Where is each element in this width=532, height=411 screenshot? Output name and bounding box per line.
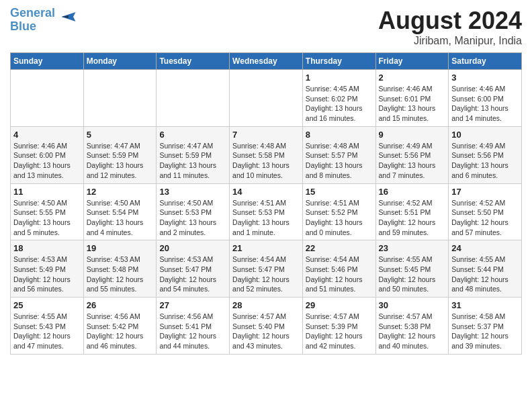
calendar-cell bbox=[83, 70, 157, 127]
calendar-cell: 28Sunrise: 4:57 AM Sunset: 5:40 PM Dayli… bbox=[230, 298, 303, 355]
calendar-cell: 4Sunrise: 4:46 AM Sunset: 6:00 PM Daylig… bbox=[11, 126, 84, 183]
day-info: Sunrise: 4:52 AM Sunset: 5:50 PM Dayligh… bbox=[451, 198, 519, 238]
day-number: 15 bbox=[306, 187, 373, 197]
day-number: 3 bbox=[451, 73, 519, 83]
calendar-cell: 25Sunrise: 4:55 AM Sunset: 5:43 PM Dayli… bbox=[11, 298, 84, 355]
calendar-subtitle: Jiribam, Manipur, India bbox=[378, 35, 522, 47]
day-info: Sunrise: 4:54 AM Sunset: 5:46 PM Dayligh… bbox=[306, 255, 373, 294]
day-info: Sunrise: 4:50 AM Sunset: 5:53 PM Dayligh… bbox=[159, 198, 226, 238]
day-info: Sunrise: 4:53 AM Sunset: 5:49 PM Dayligh… bbox=[13, 255, 81, 294]
day-number: 27 bbox=[159, 300, 226, 310]
calendar-week-4: 18Sunrise: 4:53 AM Sunset: 5:49 PM Dayli… bbox=[11, 240, 522, 298]
calendar-week-5: 25Sunrise: 4:55 AM Sunset: 5:43 PM Dayli… bbox=[11, 298, 522, 355]
weekday-header-friday: Friday bbox=[375, 53, 449, 70]
weekday-header-monday: Monday bbox=[83, 53, 157, 70]
day-info: Sunrise: 4:56 AM Sunset: 5:42 PM Dayligh… bbox=[87, 312, 154, 351]
day-number: 9 bbox=[379, 130, 446, 140]
calendar-cell: 20Sunrise: 4:53 AM Sunset: 5:47 PM Dayli… bbox=[157, 240, 230, 298]
day-info: Sunrise: 4:53 AM Sunset: 5:48 PM Dayligh… bbox=[87, 255, 154, 294]
calendar-cell: 23Sunrise: 4:55 AM Sunset: 5:45 PM Dayli… bbox=[375, 240, 449, 298]
day-number: 20 bbox=[159, 243, 226, 253]
day-number: 14 bbox=[232, 187, 300, 197]
calendar-cell: 10Sunrise: 4:49 AM Sunset: 5:56 PM Dayli… bbox=[449, 126, 522, 183]
day-info: Sunrise: 4:48 AM Sunset: 5:57 PM Dayligh… bbox=[306, 141, 373, 181]
day-info: Sunrise: 4:54 AM Sunset: 5:47 PM Dayligh… bbox=[232, 255, 300, 294]
weekday-header-saturday: Saturday bbox=[449, 53, 522, 70]
day-info: Sunrise: 4:55 AM Sunset: 5:44 PM Dayligh… bbox=[451, 255, 519, 294]
calendar-cell: 16Sunrise: 4:52 AM Sunset: 5:51 PM Dayli… bbox=[375, 183, 449, 240]
day-number: 28 bbox=[232, 300, 300, 310]
calendar-cell: 6Sunrise: 4:47 AM Sunset: 5:59 PM Daylig… bbox=[157, 126, 230, 183]
calendar-cell: 15Sunrise: 4:51 AM Sunset: 5:52 PM Dayli… bbox=[302, 183, 375, 240]
day-number: 26 bbox=[87, 300, 154, 310]
calendar-cell: 8Sunrise: 4:48 AM Sunset: 5:57 PM Daylig… bbox=[302, 126, 375, 183]
day-number: 31 bbox=[451, 300, 519, 310]
calendar-cell: 21Sunrise: 4:54 AM Sunset: 5:47 PM Dayli… bbox=[230, 240, 303, 298]
calendar-header: SundayMondayTuesdayWednesdayThursdayFrid… bbox=[11, 53, 522, 70]
day-info: Sunrise: 4:49 AM Sunset: 5:56 PM Dayligh… bbox=[379, 141, 446, 181]
weekday-header-wednesday: Wednesday bbox=[230, 53, 303, 70]
calendar-cell: 12Sunrise: 4:50 AM Sunset: 5:54 PM Dayli… bbox=[83, 183, 157, 240]
day-number: 7 bbox=[232, 130, 300, 140]
day-info: Sunrise: 4:45 AM Sunset: 6:02 PM Dayligh… bbox=[306, 84, 373, 124]
calendar-cell: 22Sunrise: 4:54 AM Sunset: 5:46 PM Dayli… bbox=[302, 240, 375, 298]
calendar-cell: 19Sunrise: 4:53 AM Sunset: 5:48 PM Dayli… bbox=[83, 240, 157, 298]
day-number: 24 bbox=[451, 243, 519, 253]
page-header: General Blue August 2024 Jiribam, Manipu… bbox=[10, 7, 522, 47]
weekday-header-tuesday: Tuesday bbox=[157, 53, 230, 70]
calendar-cell bbox=[230, 70, 303, 127]
day-number: 8 bbox=[306, 130, 373, 140]
day-info: Sunrise: 4:51 AM Sunset: 5:52 PM Dayligh… bbox=[306, 198, 373, 238]
day-info: Sunrise: 4:47 AM Sunset: 5:59 PM Dayligh… bbox=[87, 141, 154, 181]
calendar-cell: 27Sunrise: 4:56 AM Sunset: 5:41 PM Dayli… bbox=[157, 298, 230, 355]
day-info: Sunrise: 4:48 AM Sunset: 5:58 PM Dayligh… bbox=[232, 141, 300, 181]
calendar-cell: 17Sunrise: 4:52 AM Sunset: 5:50 PM Dayli… bbox=[449, 183, 522, 240]
day-info: Sunrise: 4:50 AM Sunset: 5:54 PM Dayligh… bbox=[87, 198, 154, 238]
calendar-cell: 29Sunrise: 4:57 AM Sunset: 5:39 PM Dayli… bbox=[302, 298, 375, 355]
calendar-cell: 26Sunrise: 4:56 AM Sunset: 5:42 PM Dayli… bbox=[83, 298, 157, 355]
day-number: 2 bbox=[379, 73, 446, 83]
calendar-week-2: 4Sunrise: 4:46 AM Sunset: 6:00 PM Daylig… bbox=[11, 126, 522, 183]
day-info: Sunrise: 4:46 AM Sunset: 6:01 PM Dayligh… bbox=[379, 84, 446, 124]
day-number: 6 bbox=[159, 130, 226, 140]
day-number: 5 bbox=[87, 130, 154, 140]
day-number: 17 bbox=[451, 187, 519, 197]
calendar-cell: 1Sunrise: 4:45 AM Sunset: 6:02 PM Daylig… bbox=[302, 70, 375, 127]
day-number: 19 bbox=[87, 243, 154, 253]
calendar-body: 1Sunrise: 4:45 AM Sunset: 6:02 PM Daylig… bbox=[11, 70, 522, 355]
day-info: Sunrise: 4:53 AM Sunset: 5:47 PM Dayligh… bbox=[159, 255, 226, 294]
calendar-cell bbox=[11, 70, 84, 127]
day-number: 13 bbox=[159, 187, 226, 197]
calendar-cell: 14Sunrise: 4:51 AM Sunset: 5:53 PM Dayli… bbox=[230, 183, 303, 240]
day-info: Sunrise: 4:58 AM Sunset: 5:37 PM Dayligh… bbox=[451, 312, 519, 351]
day-number: 18 bbox=[13, 243, 81, 253]
day-number: 21 bbox=[232, 243, 300, 253]
calendar-cell: 7Sunrise: 4:48 AM Sunset: 5:58 PM Daylig… bbox=[230, 126, 303, 183]
calendar-week-3: 11Sunrise: 4:50 AM Sunset: 5:55 PM Dayli… bbox=[11, 183, 522, 240]
calendar-cell: 5Sunrise: 4:47 AM Sunset: 5:59 PM Daylig… bbox=[83, 126, 157, 183]
day-info: Sunrise: 4:50 AM Sunset: 5:55 PM Dayligh… bbox=[13, 198, 81, 238]
calendar-cell: 9Sunrise: 4:49 AM Sunset: 5:56 PM Daylig… bbox=[375, 126, 449, 183]
day-number: 25 bbox=[13, 300, 81, 310]
calendar-cell: 11Sunrise: 4:50 AM Sunset: 5:55 PM Dayli… bbox=[11, 183, 84, 240]
day-info: Sunrise: 4:57 AM Sunset: 5:39 PM Dayligh… bbox=[306, 312, 373, 351]
day-info: Sunrise: 4:49 AM Sunset: 5:56 PM Dayligh… bbox=[451, 141, 519, 181]
day-info: Sunrise: 4:46 AM Sunset: 6:00 PM Dayligh… bbox=[451, 84, 519, 124]
day-number: 30 bbox=[379, 300, 446, 310]
day-number: 4 bbox=[13, 130, 81, 140]
calendar-table: SundayMondayTuesdayWednesdayThursdayFrid… bbox=[10, 52, 522, 355]
weekday-header-sunday: Sunday bbox=[11, 53, 84, 70]
day-info: Sunrise: 4:56 AM Sunset: 5:41 PM Dayligh… bbox=[159, 312, 226, 351]
day-info: Sunrise: 4:46 AM Sunset: 6:00 PM Dayligh… bbox=[13, 141, 81, 181]
logo-plane-icon bbox=[59, 7, 78, 26]
day-number: 29 bbox=[306, 300, 373, 310]
title-block: August 2024 Jiribam, Manipur, India bbox=[378, 7, 522, 47]
calendar-cell: 18Sunrise: 4:53 AM Sunset: 5:49 PM Dayli… bbox=[11, 240, 84, 298]
calendar-week-1: 1Sunrise: 4:45 AM Sunset: 6:02 PM Daylig… bbox=[11, 70, 522, 127]
day-number: 12 bbox=[87, 187, 154, 197]
calendar-cell: 24Sunrise: 4:55 AM Sunset: 5:44 PM Dayli… bbox=[449, 240, 522, 298]
calendar-cell: 2Sunrise: 4:46 AM Sunset: 6:01 PM Daylig… bbox=[375, 70, 449, 127]
logo: General Blue bbox=[10, 7, 78, 34]
calendar-cell: 3Sunrise: 4:46 AM Sunset: 6:00 PM Daylig… bbox=[449, 70, 522, 127]
day-number: 23 bbox=[379, 243, 446, 253]
